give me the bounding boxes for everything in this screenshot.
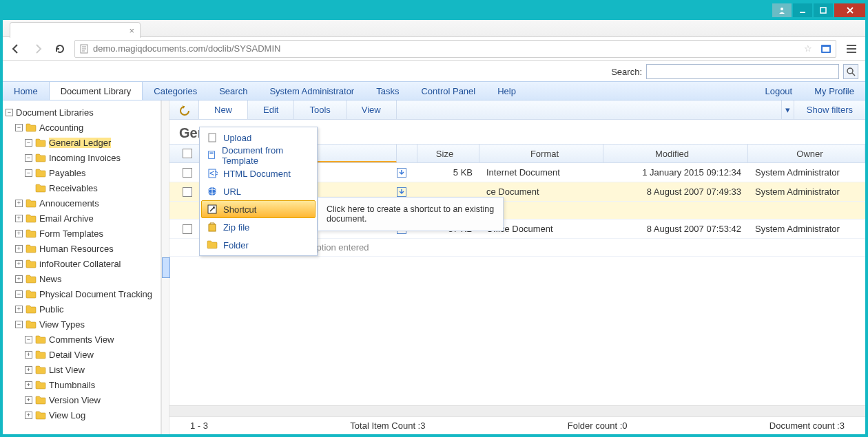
horizontal-scrollbar[interactable] — [169, 405, 865, 416]
menu-item-icon: <> — [207, 168, 218, 179]
workspace: − Document Libraries −Accounting−General… — [3, 100, 865, 434]
toolbar-edit[interactable]: Edit — [248, 100, 294, 119]
menubar-logout[interactable]: Logout — [754, 82, 803, 100]
menubar-control-panel[interactable]: Control Panel — [410, 82, 486, 100]
menubar-my-profile[interactable]: My Profile — [803, 82, 865, 100]
menubar-home[interactable]: Home — [3, 82, 49, 100]
new-menu-item[interactable]: Zip file — [201, 218, 316, 236]
row-checkbox[interactable] — [183, 168, 192, 178]
search-input[interactable] — [646, 64, 839, 79]
tree-item[interactable]: +Version View — [6, 392, 158, 407]
nav-back-button[interactable] — [8, 41, 23, 56]
svg-rect-5 — [823, 47, 829, 52]
grid-header-size[interactable]: Size — [417, 145, 479, 162]
menubar-document-library[interactable]: Document Library — [49, 82, 143, 100]
menu-item-icon — [207, 186, 218, 197]
browser-menu-button[interactable] — [843, 41, 860, 57]
new-menu-item[interactable]: <>HTML Document — [201, 164, 316, 182]
bookmark-star-icon[interactable]: ☆ — [804, 43, 812, 54]
footer-docs: Document count :3 — [769, 420, 845, 431]
titlebar-maximize-button[interactable] — [814, 3, 833, 17]
toolbar-dropdown-icon[interactable]: ▾ — [781, 100, 794, 119]
tooltip: Click here to create a shortcut to an ex… — [318, 197, 504, 231]
search-go-button[interactable] — [843, 64, 858, 79]
tree-item[interactable]: −General Ledger — [6, 135, 158, 150]
toolbar-show-filters[interactable]: Show filters — [794, 100, 865, 119]
menubar-help[interactable]: Help — [486, 82, 527, 100]
tree-item[interactable]: +News — [6, 271, 158, 286]
url-text: demo.magiqdocuments.com/doclib/SYSADMIN — [93, 43, 280, 54]
tree-item[interactable]: +Annoucements — [6, 195, 158, 211]
row-checkbox[interactable] — [183, 187, 192, 197]
tree-item[interactable]: Receivables — [6, 180, 158, 195]
new-menu-item[interactable]: Folder — [201, 236, 316, 254]
search-bar: Search: — [3, 61, 865, 81]
titlebar-user-button[interactable] — [772, 3, 792, 17]
new-menu-item[interactable]: URL — [201, 182, 316, 200]
new-menu-item[interactable]: Upload — [201, 129, 316, 147]
status-footer: 1 - 3 Total Item Count :3 Folder count :… — [169, 416, 865, 434]
tree-view: − Document Libraries −Accounting−General… — [3, 100, 161, 427]
tree-item[interactable]: +List View — [6, 362, 158, 377]
browser-tab[interactable]: × — [10, 22, 141, 38]
new-menu-item[interactable]: Document from Template — [201, 147, 316, 164]
download-icon[interactable] — [397, 187, 406, 197]
app-menubar: Home Document Library Categories Search … — [3, 81, 865, 100]
menubar-categories[interactable]: Categories — [143, 82, 208, 100]
tree-item[interactable]: −View Types — [6, 317, 158, 332]
svg-point-6 — [847, 68, 853, 74]
titlebar-close-button[interactable] — [834, 3, 865, 17]
nav-reload-button[interactable] — [52, 41, 68, 56]
tree-item[interactable]: +Public — [6, 301, 158, 317]
tree-item[interactable]: +Human Resources — [6, 241, 158, 256]
menubar-tasks[interactable]: Tasks — [365, 82, 410, 100]
new-menu-dropdown: UploadDocument from Template<>HTML Docum… — [199, 127, 318, 256]
search-label: Search: — [611, 67, 642, 77]
tree-item[interactable]: +Detail View — [6, 347, 158, 362]
tree-root[interactable]: − Document Libraries — [6, 105, 158, 120]
tab-close-icon[interactable]: × — [129, 25, 134, 36]
tree-item[interactable]: +Email Archive — [6, 211, 158, 226]
toolbar-new[interactable]: New — [199, 100, 248, 119]
svg-rect-9 — [209, 151, 215, 159]
grid-header-format[interactable]: Format — [479, 145, 603, 162]
pageview-icon[interactable] — [820, 44, 831, 54]
new-menu-item[interactable]: Shortcut — [201, 200, 316, 218]
menu-item-icon — [207, 150, 216, 161]
footer-range: 1 - 3 — [190, 420, 208, 431]
svg-rect-8 — [209, 134, 216, 142]
tree-item[interactable]: −Comments View — [6, 332, 158, 347]
tree-item[interactable]: −Incoming Invoices — [6, 150, 158, 165]
splitter[interactable] — [161, 100, 169, 434]
tree-item[interactable]: −Payables — [6, 165, 158, 180]
menu-item-icon — [207, 239, 218, 251]
tree-item[interactable]: +View Log — [6, 407, 158, 423]
svg-rect-2 — [820, 8, 826, 13]
grid-header-modified[interactable]: Modified — [603, 145, 748, 162]
app-root: Search: Home Document Library Categories… — [3, 61, 865, 434]
download-icon[interactable] — [397, 168, 406, 178]
browser-navbar: demo.magiqdocuments.com/doclib/SYSADMIN … — [3, 37, 865, 61]
row-checkbox[interactable] — [183, 224, 192, 234]
toolbar-tools[interactable]: Tools — [294, 100, 346, 119]
browser-tabstrip: × — [3, 20, 865, 37]
svg-rect-10 — [209, 153, 213, 154]
svg-text:<>: <> — [209, 168, 218, 178]
grid-header-owner[interactable]: Owner — [748, 145, 865, 162]
toolbar-view[interactable]: View — [347, 100, 397, 119]
titlebar-minimize-button[interactable] — [793, 3, 812, 17]
tree-item[interactable]: −Physical Document Tracking — [6, 286, 158, 301]
toolbar: New Edit Tools View ▾ Show filters — [169, 100, 865, 120]
menubar-search[interactable]: Search — [208, 82, 258, 100]
tree-item[interactable]: +infoRouter Collateral — [6, 256, 158, 271]
toolbar-back-button[interactable] — [169, 100, 199, 119]
url-box[interactable]: demo.magiqdocuments.com/doclib/SYSADMIN … — [74, 40, 836, 58]
menubar-system-administrator[interactable]: System Administrator — [258, 82, 365, 100]
tree-item[interactable]: −Accounting — [6, 120, 158, 135]
tree-item[interactable]: +Form Templates — [6, 226, 158, 241]
nav-forward-button[interactable] — [30, 41, 45, 56]
svg-point-0 — [781, 8, 783, 10]
footer-total: Total Item Count :3 — [350, 420, 425, 431]
tree-item[interactable]: +Thumbnails — [6, 377, 158, 392]
footer-folders: Folder count :0 — [568, 420, 628, 431]
